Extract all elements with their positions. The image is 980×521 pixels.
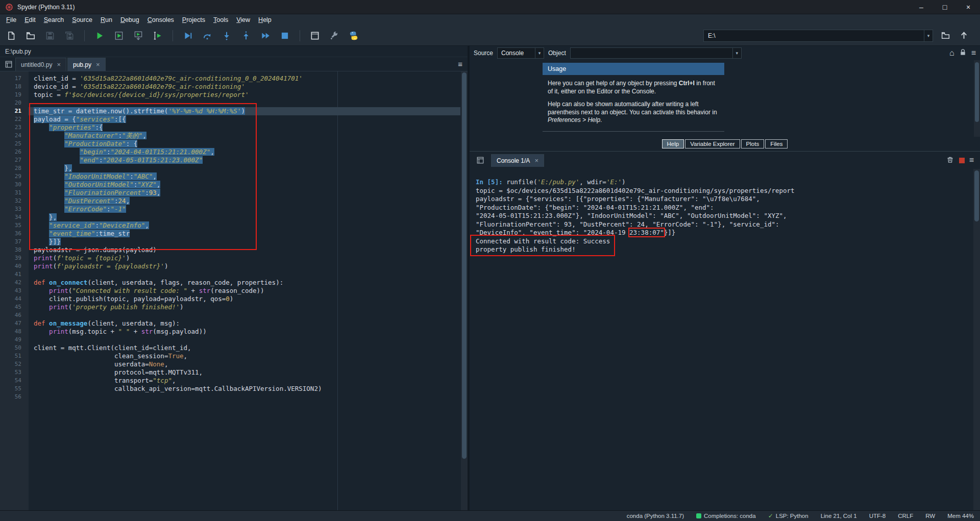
step-return-button[interactable]	[239, 29, 253, 43]
pane-tab-variable-explorer[interactable]: Variable Explorer	[685, 139, 740, 148]
chevron-down-icon[interactable]: ▾	[924, 30, 933, 41]
editor-tab-untitled0-py[interactable]: untitled0.py×	[15, 58, 66, 71]
continue-button[interactable]	[258, 29, 273, 43]
code-line[interactable]: },	[29, 164, 460, 172]
code-line[interactable]: def on_connect(client, userdata, flags, …	[29, 279, 460, 287]
object-combo[interactable]: ▾	[570, 47, 742, 59]
code-line[interactable]: print(f'topic = {topic}')	[29, 254, 460, 262]
code-line[interactable]: "Manufacturer":"美的",	[29, 132, 460, 140]
browse-tabs-icon[interactable]	[2, 58, 15, 71]
menu-edit[interactable]: Edit	[20, 15, 40, 24]
menu-search[interactable]: Search	[40, 15, 68, 24]
code-line[interactable]: print(msg.topic + " " + str(msg.payload)…	[29, 328, 460, 336]
save-button[interactable]	[43, 29, 57, 43]
code-line[interactable]: "DustPercent":24,	[29, 197, 460, 205]
code-line[interactable]: print("Connected with result code: " + s…	[29, 287, 460, 295]
code-line[interactable]: clean_session=True,	[29, 352, 460, 360]
working-directory-combo[interactable]: E:\ ▾	[703, 30, 933, 42]
close-button[interactable]: ×	[957, 0, 980, 14]
code-line[interactable]: "service_id":"DeviceInfo",	[29, 221, 460, 230]
code-line[interactable]: client = mqtt.Client(client_id=client_id…	[29, 344, 460, 352]
code-line[interactable]: "event_time":time_str	[29, 230, 460, 238]
browse-directory-button[interactable]	[939, 30, 951, 42]
menu-view[interactable]: View	[232, 15, 254, 24]
close-tab-icon[interactable]: ×	[57, 61, 61, 68]
code-line[interactable]: protocol=mqtt.MQTTv311,	[29, 368, 460, 377]
console-scrollbar-thumb[interactable]	[974, 170, 979, 221]
console-output[interactable]: In [5]: runfile('E:/pub.py', wdir='E:')t…	[470, 169, 973, 510]
browse-tabs-icon[interactable]	[474, 154, 487, 167]
home-icon[interactable]: ⌂	[949, 48, 954, 58]
editor-options-menu-icon[interactable]: ≡	[458, 60, 462, 68]
status-lsp-status[interactable]: ✓LSP: Python	[768, 512, 808, 519]
close-tab-icon[interactable]: ×	[96, 61, 100, 68]
step-over-button[interactable]	[200, 29, 214, 43]
lock-icon[interactable]	[959, 48, 967, 58]
new-file-button[interactable]	[4, 29, 18, 43]
run-selection-button[interactable]	[151, 29, 165, 43]
run-file-button[interactable]	[92, 29, 107, 43]
code-line[interactable]: payloadstr = json.dumps(payload)	[29, 246, 460, 254]
code-line[interactable]	[29, 99, 460, 107]
code-line[interactable]: "end":"2024-05-01T15:21:23.000Z"	[29, 156, 460, 164]
help-scrollbar[interactable]	[974, 60, 980, 137]
menu-projects[interactable]: Projects	[178, 15, 209, 24]
minimize-button[interactable]: –	[910, 0, 933, 14]
menu-run[interactable]: Run	[96, 15, 116, 24]
code-line[interactable]	[29, 393, 460, 401]
maximize-button[interactable]: □	[933, 0, 957, 14]
menu-consoles[interactable]: Consoles	[143, 15, 178, 24]
run-cell-advance-button[interactable]	[131, 29, 145, 43]
code-line[interactable]: "ProductionDate": {	[29, 140, 460, 148]
menu-source[interactable]: Source	[68, 15, 96, 24]
status-interpreter-env[interactable]: conda (Python 3.11.7)	[627, 513, 684, 519]
status-completions-status[interactable]: Completions: conda	[696, 513, 756, 519]
help-options-menu-icon[interactable]: ≡	[971, 48, 976, 58]
code-line[interactable]: time_str = datetime.now().strftime('%Y-%…	[29, 107, 460, 115]
menu-debug[interactable]: Debug	[116, 15, 143, 24]
interrupt-kernel-icon[interactable]	[959, 158, 965, 163]
code-line[interactable]	[29, 336, 460, 344]
source-combo[interactable]: Console ▾	[497, 47, 544, 59]
status-eol-status[interactable]: CRLF	[898, 513, 913, 519]
code-line[interactable]: "FluorinationPercent":93,	[29, 189, 460, 197]
maximize-pane-button[interactable]	[308, 29, 322, 43]
menu-tools[interactable]: Tools	[209, 15, 232, 24]
menu-file[interactable]: File	[2, 15, 20, 24]
python-path-button[interactable]	[347, 29, 361, 43]
code-line[interactable]	[29, 270, 460, 279]
pane-tab-files[interactable]: Files	[765, 139, 788, 148]
menu-help[interactable]: Help	[254, 15, 276, 24]
code-editor[interactable]: 17client_id = '635d15a8222a8601d402e79c_…	[0, 71, 468, 510]
open-file-button[interactable]	[23, 29, 38, 43]
code-line[interactable]	[29, 311, 460, 319]
status-memory-usage[interactable]: Mem 44%	[947, 513, 974, 519]
code-line[interactable]: "IndoorUnitModel":"ABC",	[29, 172, 460, 181]
console-options-menu-icon[interactable]: ≡	[969, 156, 974, 165]
status-encoding[interactable]: UTF-8	[869, 513, 886, 519]
code-line[interactable]: "begin":"2024-04-01T15:21:21.000Z",	[29, 148, 460, 156]
editor-scrollbar[interactable]	[461, 71, 468, 510]
console-scrollbar[interactable]	[973, 169, 980, 510]
step-into-button[interactable]	[219, 29, 234, 43]
editor-tab-pub-py[interactable]: pub.py×	[67, 58, 106, 71]
code-line[interactable]: print(f'payloadstr = {payloadstr}')	[29, 262, 460, 270]
code-line[interactable]: client_id = '635d15a8222a8601d402e79c_ai…	[29, 75, 460, 83]
save-all-button[interactable]	[62, 29, 77, 43]
editor-scrollbar-thumb[interactable]	[462, 72, 467, 459]
close-tab-icon[interactable]: ×	[534, 157, 538, 164]
code-line[interactable]: device_id = '635d15a8222a8601d402e79c_ai…	[29, 83, 460, 91]
console-tab[interactable]: Console 1/A ×	[491, 154, 544, 167]
preferences-button[interactable]	[327, 29, 341, 43]
status-permissions[interactable]: RW	[925, 513, 935, 519]
run-cell-button[interactable]	[112, 29, 126, 43]
code-line[interactable]: }]}	[29, 238, 460, 246]
code-line[interactable]: def on_message(client, userdata, msg):	[29, 319, 460, 328]
code-line[interactable]: "ErrorCode":"-1"	[29, 205, 460, 213]
code-line[interactable]: userdata=None,	[29, 360, 460, 368]
stop-debug-button[interactable]	[278, 29, 292, 43]
code-line[interactable]: payload = {"services":[{	[29, 115, 460, 123]
status-cursor-position[interactable]: Line 21, Col 1	[821, 513, 857, 519]
chevron-down-icon[interactable]: ▾	[732, 48, 741, 58]
code-line[interactable]: "properties":{	[29, 123, 460, 132]
